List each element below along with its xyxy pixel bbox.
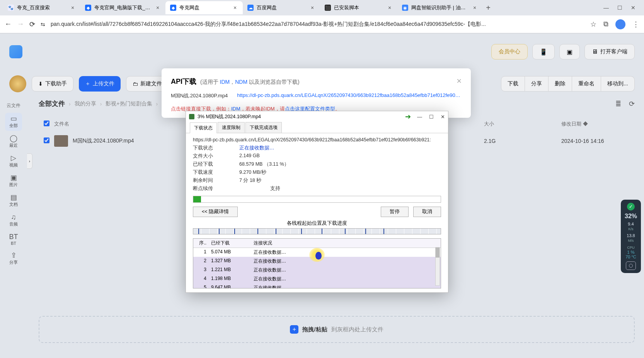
- tab-1[interactable]: ◆夸克官网_电脑版下载_你的×: [80, 1, 165, 14]
- idm-resume-value: 支持: [270, 185, 280, 192]
- extensions-icon[interactable]: ⧉: [603, 20, 608, 28]
- idm-size-value: 2.149 GB: [239, 153, 260, 159]
- tab-3[interactable]: ☁百度网盘×: [243, 1, 320, 14]
- idm-url: https://dl-pc-zb.pds.quark.cn/LEGALqnX/2…: [193, 137, 441, 143]
- download-speed: 13.8: [627, 233, 635, 238]
- status-ok-icon: ✓: [627, 203, 635, 210]
- window-close-icon[interactable]: ✕: [631, 5, 635, 11]
- window-minimize-icon[interactable]: —: [603, 5, 609, 11]
- idm-tab-complete[interactable]: 下载完成选项: [245, 122, 282, 133]
- idm-maximize-icon[interactable]: ☐: [429, 114, 434, 120]
- idm-threads-table: 序.. 已经下载 连接状况 15.074 MB正在接收数据…21.327 MB正…: [193, 238, 441, 288]
- idm-status-value: 正在接收数据…: [239, 145, 274, 151]
- cursor-highlight: [309, 248, 325, 262]
- nav-reload-icon[interactable]: ⟳: [29, 20, 35, 29]
- menu-icon[interactable]: ⋮: [632, 20, 639, 29]
- idm-progress-bar: [193, 196, 441, 203]
- tab-strip: 🐾夸克_百度搜索× ◆夸克官网_电脑版下载_你的× ◆夸克网盘× ☁百度网盘× …: [0, 0, 644, 15]
- idm-thread-row[interactable]: 41.198 MB正在接收数据…: [193, 275, 441, 283]
- window-maximize-icon[interactable]: ☐: [617, 5, 622, 11]
- address-bar: ← → ⟳ ⇆ pan.quark.cn/list#/list/all/7276…: [0, 15, 644, 33]
- new-tab-button[interactable]: +: [482, 3, 494, 12]
- popup-close-icon[interactable]: ×: [457, 76, 462, 86]
- tab-close-icon[interactable]: ×: [387, 5, 393, 11]
- tab-title: 已安装脚本: [334, 4, 383, 11]
- cpu-percent: 1 %: [627, 250, 635, 255]
- url-input[interactable]: pan.quark.cn/list#/list/all/7276cb8f6857…: [51, 21, 585, 28]
- tab-close-icon[interactable]: ×: [232, 5, 238, 11]
- tab-title: 夸克官网_电脑版下载_你的: [94, 4, 152, 11]
- th-col-num[interactable]: 序..: [193, 239, 209, 248]
- bookmark-icon[interactable]: ☆: [590, 20, 596, 29]
- popup-subtitle: (适用于 IDM，NDM 以及浏览器自带下载): [200, 79, 300, 86]
- popup-filename: M国N战.2024.1080P.mp4: [171, 92, 228, 99]
- idm-remain-value: 7 分 18 秒: [239, 177, 261, 184]
- screenshot-icon[interactable]: [626, 261, 636, 270]
- monitor-percent: 32%: [622, 213, 639, 220]
- idm-tabs: 下载状态 速度限制 下载完成选项: [186, 122, 448, 133]
- tab-title: 夸克网盘: [179, 4, 229, 11]
- tab-close-icon[interactable]: ×: [155, 5, 161, 11]
- tab-title: 夸克_百度搜索: [17, 4, 66, 11]
- upload-speed: 9.4: [628, 222, 634, 226]
- tab-4[interactable]: ⬛已安装脚本×: [320, 1, 397, 14]
- idm-thread-row[interactable]: 31.221 MB正在接收数据…: [193, 266, 441, 275]
- idm-titlebar[interactable]: 3% M国N战.2024.1080P.mp4 ➔ — ☐ ✕: [186, 111, 448, 122]
- th-col-downloaded[interactable]: 已经下载: [209, 239, 251, 248]
- idm-tab-status[interactable]: 下载状态: [190, 122, 217, 133]
- ndm-link[interactable]: NDM: [235, 79, 247, 85]
- idm-segments-bar: [193, 228, 441, 234]
- tab-close-icon[interactable]: ×: [472, 5, 478, 11]
- idm-thread-row[interactable]: 59.647 MB正在接收数据…: [193, 283, 441, 288]
- nav-forward-icon[interactable]: →: [17, 20, 24, 28]
- nav-back-icon[interactable]: ←: [5, 20, 12, 28]
- idm-link[interactable]: IDM: [220, 79, 230, 85]
- idm-threads-scrollbar[interactable]: [435, 247, 440, 286]
- tab-title: 百度网盘: [257, 4, 306, 11]
- tab-close-icon[interactable]: ×: [309, 5, 315, 11]
- site-info-icon[interactable]: ⇆: [41, 21, 45, 27]
- tab-2[interactable]: ◆夸克网盘×: [165, 1, 243, 14]
- idm-close-icon[interactable]: ✕: [441, 114, 445, 120]
- tab-5[interactable]: ◉网盘智能识别助手 | 油小猴×: [397, 1, 482, 14]
- idm-arrow-icon: ➔: [405, 112, 411, 121]
- idm-cancel-button[interactable]: 取消: [413, 207, 441, 217]
- popup-title: API下载: [171, 77, 196, 86]
- idm-segments-label: 各线程起始位置及下载进度: [193, 220, 441, 227]
- idm-speed-value: 9.270 MB/秒: [239, 169, 266, 176]
- idm-tab-speed[interactable]: 速度限制: [218, 122, 245, 133]
- idm-title: 3% M国N战.2024.1080P.mp4: [198, 114, 402, 120]
- profile-avatar[interactable]: [615, 19, 625, 29]
- download-url-link[interactable]: https://dl-pc-zb.pds.quark.cn/LEGALqnX/2…: [237, 92, 462, 99]
- th-col-status[interactable]: 连接状况: [251, 239, 441, 248]
- idm-pause-button[interactable]: 暂停: [381, 207, 409, 217]
- tab-close-icon[interactable]: ×: [70, 5, 76, 11]
- idm-hide-details-button[interactable]: << 隐藏详情: [193, 207, 238, 217]
- idm-progress-fill: [193, 196, 201, 202]
- cpu-temp: 70 °C: [625, 255, 636, 259]
- idm-app-icon: [189, 114, 194, 119]
- tab-0[interactable]: 🐾夸克_百度搜索×: [3, 1, 80, 14]
- idm-done-value: 68.579 MB （3.11 %）: [239, 161, 289, 168]
- system-monitor-widget[interactable]: ✓ 32% 9.4K/s 13.8M/s CPU1 %70 °C: [621, 200, 641, 273]
- tab-title: 网盘智能识别助手 | 油小猴: [411, 4, 469, 11]
- idm-window: 3% M国N战.2024.1080P.mp4 ➔ — ☐ ✕ 下载状态 速度限制…: [186, 111, 448, 293]
- idm-minimize-icon[interactable]: —: [417, 114, 422, 120]
- api-download-popup: API下载 (适用于 IDM，NDM 以及浏览器自带下载) × M国N战.202…: [162, 68, 471, 118]
